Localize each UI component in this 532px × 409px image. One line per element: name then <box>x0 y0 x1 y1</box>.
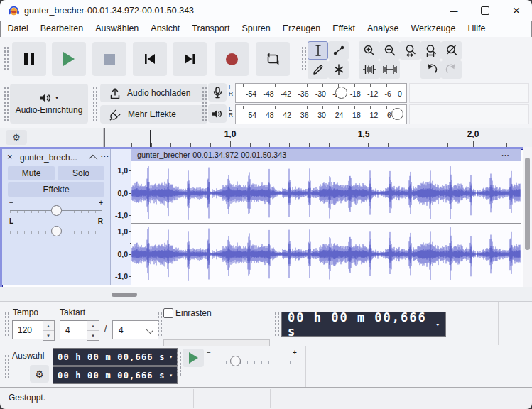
toolbar-grip[interactable] <box>274 312 280 336</box>
track-close-button[interactable]: × <box>7 151 17 162</box>
close-button[interactable]: × <box>501 0 532 21</box>
record-button[interactable] <box>215 42 249 76</box>
more-effects-label: Mehr Effekte <box>128 109 176 119</box>
record-meter-button[interactable] <box>208 83 227 102</box>
snap-checkbox[interactable] <box>163 308 173 318</box>
toolbar-grip[interactable] <box>176 351 182 376</box>
menu-item-werkzeuge[interactable]: Werkzeuge <box>405 21 462 37</box>
audio-position-display[interactable]: 00 h 00 m 00,666 s ▾ <box>281 312 446 337</box>
trim-audio-button[interactable] <box>359 60 379 79</box>
menu-item-effekt[interactable]: Effekt <box>327 21 362 37</box>
gear-icon: ⚙ <box>12 132 21 143</box>
pan-slider[interactable] <box>51 226 62 236</box>
toolbar-grip[interactable] <box>4 312 10 336</box>
share-audio-button[interactable]: Audio hochladen <box>100 84 207 102</box>
waveform[interactable] <box>131 161 521 285</box>
menu-item-analyse[interactable]: Analyse <box>361 21 404 37</box>
redo-button[interactable] <box>441 60 462 79</box>
playback-volume-slider[interactable] <box>391 108 403 120</box>
play-speed-slider[interactable] <box>230 356 241 366</box>
play-at-speed-button[interactable] <box>183 349 204 367</box>
meter-scale-label: -36 <box>298 89 308 98</box>
vertical-scale[interactable]: 1,00,0-1,01,00,0-1,0 <box>110 149 133 285</box>
menu-item-auswhlen[interactable]: Auswählen <box>89 21 145 37</box>
tempo-spinner[interactable]: ▲▼ <box>43 320 55 341</box>
beats-spinner[interactable]: ▲▼ <box>87 320 99 341</box>
skip-to-end-button[interactable] <box>173 42 207 76</box>
play-icon <box>63 52 75 66</box>
track-control-panel[interactable]: × gunter_brech... ⋯ Mute Solo Effekte − … <box>2 149 110 285</box>
menu-item-ansicht[interactable]: Ansicht <box>145 21 186 37</box>
track-collapse-icon[interactable] <box>89 155 97 163</box>
toolbar-grip[interactable] <box>301 46 307 72</box>
toolbar-grip[interactable] <box>202 87 207 121</box>
play-button[interactable] <box>52 42 86 76</box>
menu-item-hilfe[interactable]: Hilfe <box>462 21 492 37</box>
draw-tool-button[interactable] <box>308 60 328 79</box>
zoom-fit-button[interactable] <box>420 41 441 60</box>
menu-item-erzeugen[interactable]: Erzeugen <box>276 21 327 37</box>
zoom-in-button[interactable] <box>359 41 379 60</box>
zoom-toggle-button[interactable] <box>441 41 462 60</box>
clip-header[interactable]: gunter_brecher-00.01.34.972-00.01.50.343… <box>131 149 521 162</box>
selection-options-button[interactable]: ⚙ <box>30 365 49 383</box>
vertical-scrollbar-thumb[interactable] <box>525 158 530 250</box>
menu-item-spuren[interactable]: Spuren <box>236 21 276 37</box>
selection-toolbar: Auswahl ⚙ 00 h 00 m 00,666 s ▾ 00 h 00 m… <box>0 346 532 387</box>
zoom-toggle-icon <box>445 44 458 57</box>
toolbar-grip[interactable] <box>92 87 98 121</box>
record-meter-ticks <box>243 84 402 87</box>
speaker-small-icon <box>212 109 223 119</box>
record-volume-slider[interactable] <box>335 87 347 99</box>
zoom-out-button[interactable] <box>379 41 400 60</box>
horizontal-scrollbar-thumb[interactable] <box>112 293 137 297</box>
silence-audio-button[interactable] <box>379 60 400 79</box>
loop-button[interactable] <box>256 42 290 76</box>
playback-meter-button[interactable] <box>208 104 227 123</box>
solo-button[interactable]: Solo <box>58 166 104 180</box>
envelope-tool-button[interactable] <box>328 41 349 60</box>
gain-slider[interactable] <box>51 205 62 216</box>
meter-scale-label: -6 <box>385 89 391 98</box>
zoom-selection-button[interactable] <box>400 41 420 60</box>
effects-button[interactable]: Effekte <box>8 182 104 197</box>
scale-label: 1,0 <box>117 166 128 175</box>
playback-meter[interactable]: -54-48-42-36-30-24-18-12-60 <box>235 104 407 124</box>
more-effects-button[interactable]: Mehr Effekte <box>100 105 207 124</box>
minimize-button[interactable]: ─ <box>438 0 469 21</box>
title-bar[interactable]: gunter_brecher-00.01.34.972-00.01.50.343… <box>0 0 532 21</box>
selection-end-display[interactable]: 00 h 00 m 00,666 s ▾ <box>53 366 178 384</box>
skip-to-start-button[interactable] <box>133 42 167 76</box>
maximize-button[interactable] <box>469 0 501 21</box>
toolbar-grip[interactable] <box>4 354 10 378</box>
toolbar-grip[interactable] <box>157 312 163 336</box>
toolbar-grip[interactable] <box>4 87 9 121</box>
record-meter[interactable]: -54-48-42-36-30-24-18-12-60 <box>235 83 407 103</box>
mute-button[interactable]: Mute <box>8 166 55 180</box>
timeline-ruler[interactable]: 1,01,52,0 <box>104 128 523 147</box>
audio-setup-button[interactable]: ▾ Audio-Einrichtung <box>10 84 88 124</box>
pan-right-label: R <box>98 217 103 225</box>
track-menu-button[interactable]: ⋯ <box>100 151 109 161</box>
toolbar-grip[interactable] <box>4 46 9 72</box>
timeline-options-button[interactable]: ⚙ <box>6 130 27 145</box>
stop-button[interactable] <box>92 42 126 76</box>
menu-item-transport[interactable]: Transport <box>186 21 236 37</box>
record-meter-channel-labels: LR <box>229 84 233 97</box>
selection-start-display[interactable]: 00 h 00 m 00,666 s ▾ <box>53 348 178 366</box>
denominator-select[interactable]: 4 <box>112 320 158 339</box>
track-title[interactable]: gunter_brech... <box>20 153 87 163</box>
menu-item-bearbeiten[interactable]: Bearbeiten <box>34 21 89 37</box>
clip-menu-icon[interactable]: ⋯ <box>501 149 511 161</box>
meter-scale-label: -18 <box>350 111 361 119</box>
horizontal-scrollbar[interactable] <box>0 287 532 301</box>
menu-item-datei[interactable]: Datei <box>1 21 34 37</box>
meter-scale-label: -48 <box>263 89 273 98</box>
undo-button[interactable] <box>420 60 441 79</box>
selection-tool-button[interactable] <box>308 41 328 60</box>
meter-scale-label: -24 <box>332 111 343 119</box>
pause-button[interactable] <box>12 42 46 76</box>
caret-down-icon: ▾ <box>55 94 58 101</box>
maximize-icon <box>481 6 489 15</box>
multi-tool-button[interactable] <box>328 60 349 79</box>
